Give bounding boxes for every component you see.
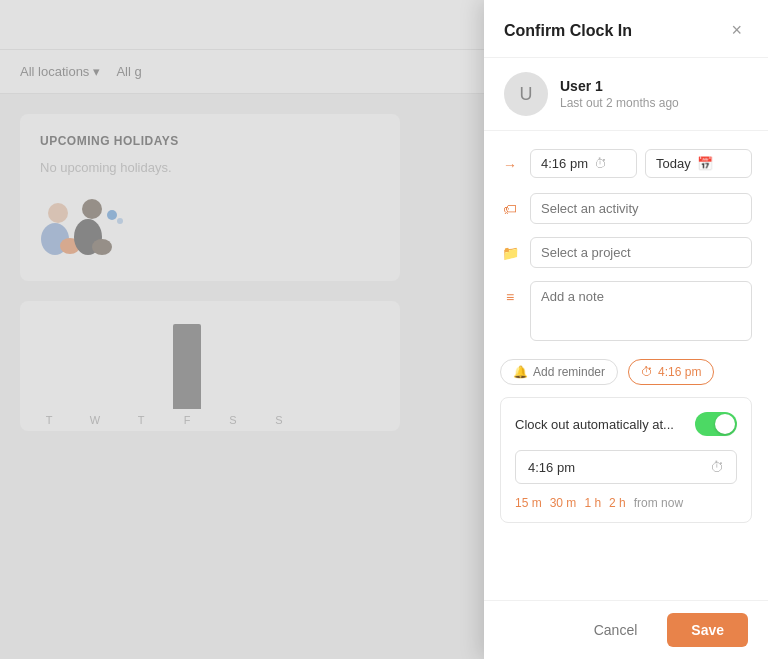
from-now-text: from now: [634, 496, 683, 510]
activity-input[interactable]: [530, 193, 752, 224]
add-reminder-button[interactable]: 🔔 Add reminder: [500, 359, 618, 385]
quick-times: 15 m 30 m 1 h 2 h from now: [515, 496, 737, 510]
clock-small-icon: ⏱: [641, 365, 653, 379]
project-row: 📁: [484, 231, 768, 275]
calendar-icon: 📅: [697, 156, 713, 171]
clock-icon: ⏱: [594, 156, 607, 171]
auto-clock-icon: ⏱: [710, 459, 724, 475]
user-name: User 1: [560, 78, 679, 94]
project-input[interactable]: [530, 237, 752, 268]
tag-icon: 🏷: [500, 193, 520, 225]
activity-row: 🏷: [484, 187, 768, 231]
user-section: U User 1 Last out 2 months ago: [484, 58, 768, 131]
user-status: Last out 2 months ago: [560, 96, 679, 110]
reminder-label: Add reminder: [533, 365, 605, 379]
modal-body: → 4:16 pm ⏱ Today 📅 🏷: [484, 131, 768, 600]
note-field: [530, 281, 752, 345]
auto-clock-panel: Clock out automatically at... 4:16 pm ⏱ …: [500, 397, 752, 523]
quick-time-15m[interactable]: 15 m: [515, 496, 542, 510]
note-icon: ≡: [500, 281, 520, 313]
time-input[interactable]: 4:16 pm ⏱: [530, 149, 637, 178]
time-value: 4:16 pm: [541, 156, 588, 171]
save-button[interactable]: Save: [667, 613, 748, 647]
reminder-row: 🔔 Add reminder ⏱ 4:16 pm: [484, 351, 768, 393]
user-info: User 1 Last out 2 months ago: [560, 78, 679, 110]
cancel-button[interactable]: Cancel: [574, 613, 658, 647]
time-reminder-button[interactable]: ⏱ 4:16 pm: [628, 359, 714, 385]
date-input[interactable]: Today 📅: [645, 149, 752, 178]
auto-clock-toggle[interactable]: [695, 412, 737, 436]
clock-in-icon: →: [500, 149, 520, 181]
modal-footer: Cancel Save: [484, 600, 768, 659]
date-value: Today: [656, 156, 691, 171]
toggle-knob: [715, 414, 735, 434]
time-date-row: → 4:16 pm ⏱ Today 📅: [484, 143, 768, 187]
quick-time-30m[interactable]: 30 m: [550, 496, 577, 510]
auto-clock-toggle-row: Clock out automatically at...: [515, 412, 737, 436]
bell-icon: 🔔: [513, 365, 528, 379]
auto-clock-label: Clock out automatically at...: [515, 417, 674, 432]
close-button[interactable]: ×: [725, 18, 748, 43]
modal-header: Confirm Clock In ×: [484, 0, 768, 58]
avatar: U: [504, 72, 548, 116]
confirm-clock-in-modal: Confirm Clock In × U User 1 Last out 2 m…: [484, 0, 768, 659]
quick-time-1h[interactable]: 1 h: [584, 496, 601, 510]
auto-time-input[interactable]: 4:16 pm ⏱: [515, 450, 737, 484]
folder-icon: 📁: [500, 237, 520, 269]
modal-title: Confirm Clock In: [504, 22, 632, 40]
note-textarea[interactable]: [530, 281, 752, 341]
activity-field: [530, 193, 752, 224]
time-reminder-label: 4:16 pm: [658, 365, 701, 379]
project-field: [530, 237, 752, 268]
time-date-fields: 4:16 pm ⏱ Today 📅: [530, 149, 752, 178]
note-row: ≡: [484, 275, 768, 351]
quick-time-2h[interactable]: 2 h: [609, 496, 626, 510]
auto-time-value: 4:16 pm: [528, 460, 575, 475]
